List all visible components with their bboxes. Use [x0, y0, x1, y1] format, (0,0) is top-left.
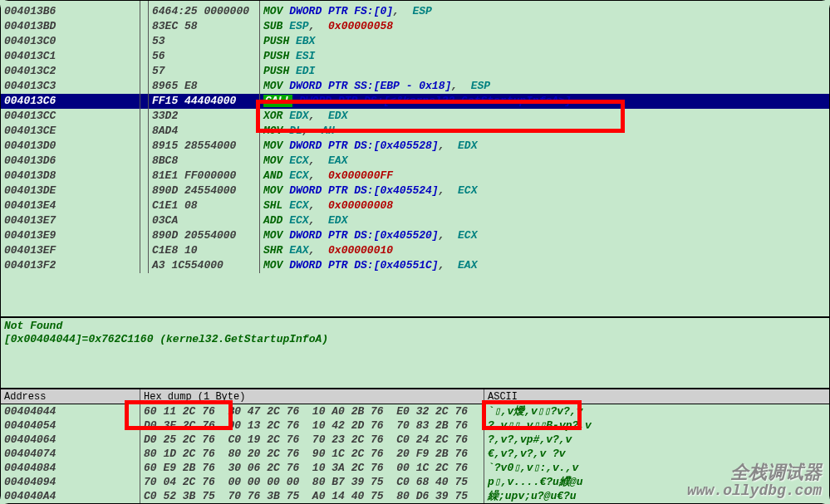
disasm-bytes: 57 — [149, 64, 260, 79]
disasm-bytes: 890D 20554000 — [149, 228, 260, 243]
disasm-address: 004013BD — [1, 19, 140, 34]
disasm-row[interactable]: 004013CC 33D2 XOR EDX, EDX — [1, 109, 829, 124]
info-line-1: Not Found — [4, 320, 826, 333]
disasm-bytes: C1E1 08 — [149, 198, 260, 213]
disasm-marker — [140, 19, 149, 34]
disasm-instruction: PUSH EDI — [260, 64, 829, 79]
disasm-row[interactable]: 004013D0 8915 28554000 MOV DWORD PTR DS:… — [1, 139, 829, 154]
dump-header-ascii[interactable]: ASCII — [484, 389, 829, 404]
disasm-marker — [140, 243, 149, 258]
disasm-row[interactable]: 004013C0 53 PUSH EBX — [1, 34, 829, 49]
dump-address: 00404054 — [1, 418, 140, 433]
dump-address: 00404064 — [1, 433, 140, 447]
dump-header: Address Hex dump (1 Byte) ASCII — [1, 389, 829, 404]
disasm-bytes: 33D2 — [149, 109, 260, 124]
disasm-instruction: MOV ECX, EAX — [260, 154, 829, 169]
disasm-row[interactable]: 004013CE 8AD4 MOV DL, AH — [1, 124, 829, 139]
disasm-instruction: SHL ECX, 0x00000008 — [260, 198, 829, 213]
disasm-row[interactable]: 004013D6 8BC8 MOV ECX, EAX — [1, 154, 829, 169]
dump-hex: 80 1D 2C 76 80 20 2C 76 90 1C 2C 76 20 F… — [140, 447, 484, 461]
disasm-bytes: 8BC8 — [149, 154, 260, 169]
disasm-row[interactable]: 004013C2 57 PUSH EDI — [1, 64, 829, 79]
disasm-row[interactable]: 004013C6 FF15 44404000 CALL DWORD PTR DS… — [1, 94, 829, 109]
dump-row[interactable]: 00404054 D0 3F 2C 76 00 13 2C 76 10 42 2… — [1, 418, 829, 433]
dump-hex: 60 11 2C 76 B0 47 2C 76 10 A0 2B 76 E0 3… — [140, 404, 484, 418]
dump-hex: 70 04 2C 76 00 00 00 00 80 B7 39 75 C0 6… — [140, 475, 484, 489]
disasm-instruction: ADD ECX, EDX — [260, 213, 829, 228]
disassembly-pane[interactable]: 004013B3 50 PUSH EAX 004013B6 6464:25 00… — [0, 0, 830, 317]
dump-row[interactable]: 00404074 80 1D 2C 76 80 20 2C 76 90 1C 2… — [1, 447, 829, 461]
disasm-bytes: FF15 44404000 — [149, 94, 260, 109]
disasm-bytes: 6464:25 0000000 — [149, 4, 260, 19]
disasm-address: 004013D0 — [1, 139, 140, 154]
disasm-marker — [140, 213, 149, 228]
disasm-marker — [140, 4, 149, 19]
disasm-instruction: MOV DWORD PTR DS:[0x405520], ECX — [260, 228, 829, 243]
dump-ascii: ?,v▯▯,v▯▯B-vp?,v — [484, 418, 829, 433]
disasm-bytes: 8915 28554000 — [149, 139, 260, 154]
disasm-instruction: CALL DWORD PTR DS:[<&kernel32.GetStartup… — [260, 94, 829, 109]
disasm-instruction: MOV DWORD PTR DS:[0x40551C], EAX — [260, 258, 829, 273]
disasm-address: 004013C1 — [1, 49, 140, 64]
disasm-bytes: 03CA — [149, 213, 260, 228]
disasm-address: 004013E4 — [1, 198, 140, 213]
dump-hex: D0 25 2C 76 C0 19 2C 76 70 23 2C 76 C0 2… — [140, 433, 484, 447]
disasm-instruction: PUSH EBX — [260, 34, 829, 49]
disasm-instruction: MOV DWORD PTR DS:[0x405524], ECX — [260, 183, 829, 198]
dump-hex: D0 3F 2C 76 00 13 2C 76 10 42 2D 76 70 8… — [140, 418, 484, 433]
disasm-row[interactable]: 004013F2 A3 1C554000 MOV DWORD PTR DS:[0… — [1, 258, 829, 273]
disasm-bytes: A3 1C554000 — [149, 258, 260, 273]
disasm-marker — [140, 94, 149, 109]
dump-row[interactable]: 00404064 D0 25 2C 76 C0 19 2C 76 70 23 2… — [1, 433, 829, 447]
disasm-bytes: 53 — [149, 34, 260, 49]
disasm-row[interactable]: 004013C3 8965 E8 MOV DWORD PTR SS:[EBP -… — [1, 79, 829, 94]
disasm-marker — [140, 109, 149, 124]
disasm-row[interactable]: 004013EF C1E8 10 SHR EAX, 0x00000010 — [1, 243, 829, 258]
disasm-marker — [140, 154, 149, 169]
dump-ascii: ?,v?,vp#,v?,v — [484, 433, 829, 447]
disasm-marker — [140, 64, 149, 79]
disasm-marker — [140, 198, 149, 213]
disasm-address: 004013EF — [1, 243, 140, 258]
dump-address: 00404044 — [1, 404, 140, 418]
disasm-row[interactable]: 004013E9 890D 20554000 MOV DWORD PTR DS:… — [1, 228, 829, 243]
disasm-bytes: 8AD4 — [149, 124, 260, 139]
disasm-address: 004013D6 — [1, 154, 140, 169]
watermark-url: www.ollydbg.com — [687, 482, 822, 499]
disasm-address: 004013C3 — [1, 79, 140, 94]
disasm-address: 004013F2 — [1, 258, 140, 273]
disasm-instruction: SHR EAX, 0x00000010 — [260, 243, 829, 258]
disasm-row[interactable]: 004013BD 83EC 58 SUB ESP, 0x00000058 — [1, 19, 829, 34]
disasm-address: 004013C2 — [1, 64, 140, 79]
disasm-marker — [140, 169, 149, 183]
disasm-row[interactable]: 004013B6 6464:25 0000000 MOV DWORD PTR F… — [1, 4, 829, 19]
dump-row[interactable]: 00404044 60 11 2C 76 B0 47 2C 76 10 A0 2… — [1, 404, 829, 418]
disasm-marker — [140, 139, 149, 154]
disasm-row[interactable]: 004013E4 C1E1 08 SHL ECX, 0x00000008 — [1, 198, 829, 213]
disasm-marker — [140, 49, 149, 64]
disasm-marker — [140, 79, 149, 94]
disasm-address: 004013D8 — [1, 169, 140, 183]
dump-hex: C0 52 3B 75 70 76 3B 75 A0 14 40 75 80 D… — [140, 489, 484, 503]
disasm-address: 004013DE — [1, 183, 140, 198]
disasm-bytes: C1E8 10 — [149, 243, 260, 258]
disasm-instruction: MOV DWORD PTR FS:[0], ESP — [260, 4, 829, 19]
dump-header-hex[interactable]: Hex dump (1 Byte) — [140, 389, 484, 404]
disasm-address: 004013E7 — [1, 213, 140, 228]
disasm-bytes: 83EC 58 — [149, 19, 260, 34]
disasm-row[interactable]: 004013C1 56 PUSH ESI — [1, 49, 829, 64]
disasm-row[interactable]: 004013D8 81E1 FF000000 AND ECX, 0x000000… — [1, 169, 829, 183]
disasm-instruction: MOV DL, AH — [260, 124, 829, 139]
disasm-marker — [140, 258, 149, 273]
disasm-row[interactable]: 004013E7 03CA ADD ECX, EDX — [1, 213, 829, 228]
dump-header-address[interactable]: Address — [1, 389, 140, 404]
watermark: 全栈调试器 www.ollydbg.com — [687, 466, 822, 499]
disasm-row[interactable]: 004013DE 890D 24554000 MOV DWORD PTR DS:… — [1, 183, 829, 198]
watermark-title: 全栈调试器 — [687, 466, 822, 482]
dump-address: 00404094 — [1, 475, 140, 489]
disasm-address: 004013C0 — [1, 34, 140, 49]
disasm-address: 004013B6 — [1, 4, 140, 19]
disasm-instruction: PUSH ESI — [260, 49, 829, 64]
disasm-marker — [140, 228, 149, 243]
disasm-marker — [140, 183, 149, 198]
